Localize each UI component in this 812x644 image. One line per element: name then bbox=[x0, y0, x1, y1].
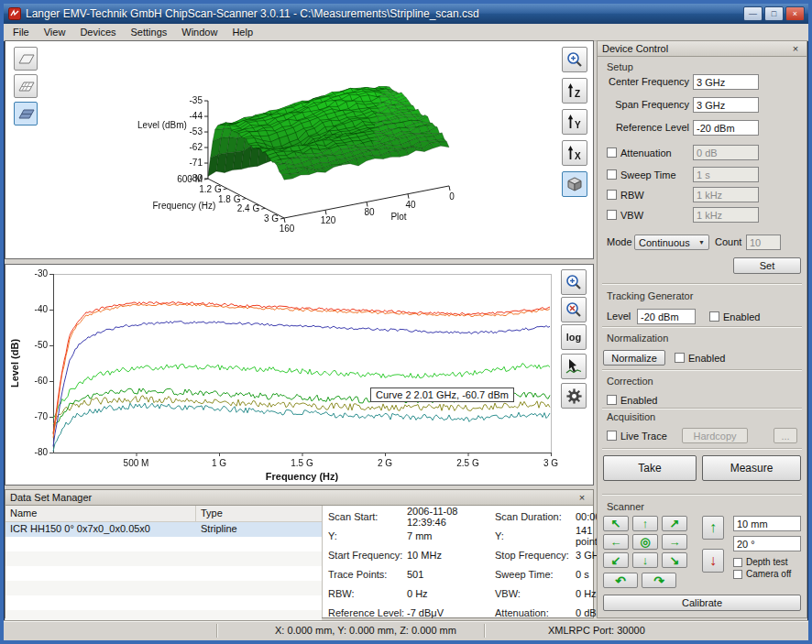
move-up-left-button[interactable]: ↖ bbox=[603, 516, 629, 531]
depth-test-checkbox[interactable] bbox=[733, 558, 742, 567]
minimize-button[interactable]: — bbox=[743, 6, 763, 21]
attenuation-checkbox-row: Attenuation bbox=[607, 145, 672, 160]
vbw-checkbox-row: VBW bbox=[607, 207, 643, 223]
vbw-checkbox[interactable] bbox=[607, 210, 617, 220]
measure-button[interactable]: Measure bbox=[702, 455, 801, 481]
zoom-reset-icon bbox=[565, 300, 583, 319]
dataset-manager-panel: Data Set Manager × Name Type ICR HH150 0… bbox=[5, 489, 594, 618]
table-row-empty bbox=[5, 551, 322, 566]
menubar: File View Devices Settings Window Help bbox=[4, 24, 808, 41]
column-header-name[interactable]: Name bbox=[5, 506, 196, 521]
surface-mesh-button[interactable] bbox=[14, 74, 38, 98]
section-divider bbox=[602, 283, 802, 285]
device-control-title: Device Control bbox=[602, 43, 789, 54]
zoom-in-3d-button[interactable] bbox=[562, 47, 587, 72]
correction-enabled-checkbox[interactable] bbox=[607, 395, 617, 405]
info-value: 2006-11-08 12:39:46 bbox=[407, 506, 495, 528]
menu-devices[interactable]: Devices bbox=[72, 25, 123, 39]
maximize-button[interactable]: □ bbox=[764, 6, 784, 21]
rbw-label: RBW bbox=[620, 190, 644, 201]
status-position: X: 0.000 mm, Y: 0.000 mm, Z: 0.000 mm bbox=[275, 625, 456, 636]
attenuation-checkbox[interactable] bbox=[607, 147, 617, 158]
normalization-enabled-checkbox[interactable] bbox=[675, 353, 685, 363]
close-button[interactable]: × bbox=[785, 6, 805, 21]
move-down-button[interactable]: ↓ bbox=[632, 552, 658, 568]
plot-settings-button[interactable] bbox=[561, 383, 587, 409]
window-title: Langer EMV-Technik GmbH ChipScan-Scanner… bbox=[26, 7, 743, 20]
table-row[interactable]: ICR HH150 0° 0x7x0_0x0.05x0 Stripline bbox=[5, 522, 322, 537]
dataset-table-header: Name Type bbox=[5, 506, 322, 522]
device-control-close-icon[interactable]: × bbox=[789, 43, 802, 55]
chevron-down-icon: ▼ bbox=[698, 239, 705, 246]
x-axis-icon: X bbox=[565, 144, 584, 162]
trace-cursor-button[interactable] bbox=[561, 354, 587, 379]
center-frequency-label: Center Frequency bbox=[605, 74, 689, 90]
vbw-label: VBW bbox=[620, 210, 643, 221]
rotate-right-button[interactable]: ↷ bbox=[642, 573, 676, 588]
menu-file[interactable]: File bbox=[5, 25, 37, 39]
home-target-icon: ◎ bbox=[640, 536, 650, 548]
status-divider bbox=[216, 624, 218, 638]
span-frequency-label: Span Frequency bbox=[605, 97, 689, 113]
view-z-axis-button[interactable]: Z bbox=[562, 78, 587, 104]
center-frequency-field[interactable] bbox=[693, 74, 759, 90]
log-label: log bbox=[566, 332, 582, 343]
set-button[interactable]: Set bbox=[733, 257, 801, 274]
take-button[interactable]: Take bbox=[603, 455, 697, 481]
surface-solid-button[interactable] bbox=[14, 102, 38, 126]
move-up-button[interactable]: ↑ bbox=[632, 516, 658, 531]
surface-flat-button[interactable] bbox=[14, 47, 38, 71]
zoom-in-icon bbox=[565, 273, 583, 291]
z-axis-icon: Z bbox=[565, 82, 584, 100]
dataset-manager-close-icon[interactable]: × bbox=[576, 492, 588, 504]
move-down-left-button[interactable]: ↙ bbox=[603, 552, 629, 568]
arrow-down-right-icon: ↘ bbox=[670, 554, 680, 566]
rotate-left-button[interactable]: ↶ bbox=[603, 573, 638, 588]
view-x-axis-button[interactable]: X bbox=[562, 140, 587, 166]
home-position-button[interactable]: ◎ bbox=[632, 534, 658, 550]
info-label: Reference Level: bbox=[328, 607, 407, 618]
tg-level-field[interactable] bbox=[637, 309, 696, 324]
view-y-axis-button[interactable]: Y bbox=[562, 109, 587, 135]
zoom-in-2d-button[interactable] bbox=[561, 269, 587, 295]
sweep-time-checkbox[interactable] bbox=[607, 169, 617, 180]
attenuation-field bbox=[693, 145, 759, 160]
info-label: Attenuation: bbox=[495, 607, 576, 618]
zoom-reset-2d-button[interactable] bbox=[561, 297, 587, 322]
live-trace-checkbox[interactable] bbox=[607, 431, 617, 441]
rbw-checkbox-row: RBW bbox=[607, 187, 644, 202]
z-up-button[interactable]: ↑ bbox=[702, 516, 724, 540]
step-size-field[interactable] bbox=[733, 516, 801, 531]
move-up-right-button[interactable]: ↗ bbox=[662, 516, 687, 531]
rbw-checkbox[interactable] bbox=[607, 190, 617, 200]
arrow-up-icon: ↑ bbox=[642, 518, 649, 529]
camera-off-checkbox[interactable] bbox=[733, 570, 742, 579]
reference-level-field[interactable] bbox=[693, 120, 759, 136]
calibrate-button[interactable]: Calibrate bbox=[603, 595, 801, 611]
column-header-type[interactable]: Type bbox=[196, 506, 322, 521]
move-left-button[interactable]: ← bbox=[603, 534, 629, 550]
z-down-button[interactable]: ↓ bbox=[702, 549, 724, 573]
plot3d-surface[interactable] bbox=[5, 41, 595, 260]
info-label: VBW: bbox=[495, 588, 576, 599]
plot2d-chart[interactable] bbox=[5, 265, 595, 486]
normalize-button[interactable]: Normalize bbox=[603, 350, 665, 366]
span-frequency-field[interactable] bbox=[693, 97, 759, 113]
angle-step-field[interactable] bbox=[733, 536, 801, 551]
mesh-surface-icon bbox=[16, 79, 35, 93]
move-down-right-button[interactable]: ↘ bbox=[662, 552, 687, 568]
z-down-arrow-icon: ↓ bbox=[709, 553, 717, 568]
tg-enabled-checkbox[interactable] bbox=[709, 311, 719, 322]
log-scale-button[interactable]: log bbox=[561, 324, 587, 350]
tg-level-label: Level bbox=[607, 309, 631, 324]
view-3d-button[interactable] bbox=[562, 171, 587, 197]
menu-window[interactable]: Window bbox=[174, 25, 225, 39]
menu-help[interactable]: Help bbox=[225, 25, 260, 39]
menu-settings[interactable]: Settings bbox=[124, 25, 175, 39]
live-trace-row: Live Trace bbox=[607, 428, 667, 443]
section-divider bbox=[602, 448, 802, 450]
mode-dropdown[interactable]: Continuous ▼ bbox=[634, 235, 709, 250]
move-right-button[interactable]: → bbox=[662, 534, 687, 550]
info-label: Start Frequency: bbox=[328, 550, 407, 561]
menu-view[interactable]: View bbox=[37, 25, 73, 39]
